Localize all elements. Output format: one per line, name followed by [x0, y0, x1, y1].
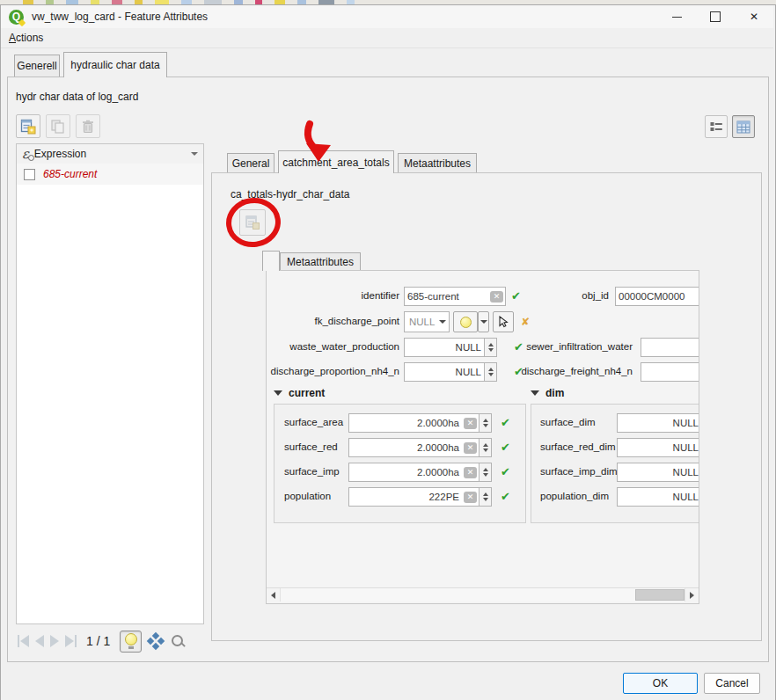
spinbox-arrows[interactable] [479, 463, 491, 481]
surface-red-dim-input[interactable]: NULL ✕ [617, 438, 699, 457]
ok-button[interactable]: OK [623, 673, 698, 694]
first-feature-button[interactable] [18, 635, 29, 647]
fk-discharge-point-combo[interactable]: NULL [404, 311, 450, 332]
discharge-freight-nh4-n-input[interactable]: NULL [641, 362, 699, 382]
discharge-freight-nh4-n-label: discharge_freight_nh4_n [521, 366, 633, 376]
expression-icon: ε [22, 148, 29, 160]
minimize-button[interactable] [657, 5, 696, 28]
waste-water-production-label: waste_water_production [289, 341, 399, 352]
current-group-header[interactable]: current [274, 387, 325, 399]
constraint-valid-icon: ✔ [501, 441, 510, 454]
previous-feature-icon [35, 635, 44, 647]
title-bar[interactable]: Q vw_tww_log_card - Feature Attributes ✕ [1, 5, 773, 28]
spinbox-arrows[interactable] [479, 414, 491, 432]
obj-id-input[interactable] [615, 287, 699, 306]
dim-group-header[interactable]: dim [531, 387, 564, 399]
constraint-valid-icon: ✔ [501, 416, 510, 429]
surface-red-label: surface_red [284, 441, 338, 452]
last-feature-icon [65, 635, 74, 647]
scroll-left-button[interactable] [267, 588, 280, 602]
population-input[interactable]: 222PE ✕ [348, 487, 492, 507]
spinbox-arrows[interactable] [479, 439, 491, 456]
feature-position-indicator: 1 / 1 [86, 634, 110, 648]
tab-nested-blank[interactable] [262, 251, 280, 271]
highlight-feature-toggle[interactable] [120, 631, 142, 653]
scroll-right-button[interactable] [685, 588, 699, 602]
constraint-valid-icon: ✔ [514, 340, 523, 354]
tab-metaattributes[interactable]: Metaattributes [398, 153, 477, 172]
scrollbar-track[interactable] [280, 588, 685, 602]
link-feature-button[interactable] [239, 209, 266, 236]
qgis-logo-icon: Q [9, 10, 24, 25]
feature-list-item[interactable]: 685-current [17, 164, 203, 185]
relation-group-label: ca_totals-hydr_char_data [231, 188, 349, 201]
feature-checkbox[interactable] [24, 169, 35, 180]
delete-feature-button[interactable] [76, 114, 100, 138]
scrollbar-thumb[interactable] [635, 589, 684, 601]
spinbox-arrows[interactable] [479, 488, 491, 506]
population-dim-label: population_dim [540, 491, 609, 501]
feature-item-label: 685-current [43, 168, 97, 180]
next-feature-icon [50, 635, 59, 647]
feature-list[interactable]: 685-current [16, 164, 204, 624]
fk-discharge-point-label: fk_discharge_point [314, 316, 399, 326]
constraint-valid-icon: ✔ [501, 465, 510, 478]
form-view-icon [709, 120, 723, 134]
surface-imp-dim-input[interactable]: NULL ✕ [617, 463, 699, 482]
surface-area-label: surface_area [284, 417, 343, 427]
spinbox-arrows[interactable] [484, 363, 496, 381]
discharge-proportion-nh4-n-label: discharge_proportion_nh4_n [271, 366, 399, 376]
form-view-toggle-button[interactable] [705, 115, 728, 138]
surface-dim-input[interactable]: NULL ✕ [617, 413, 699, 433]
window-title: vw_tww_log_card - Feature Attributes [32, 11, 208, 23]
map-identify-cursor-icon [497, 316, 509, 328]
close-button[interactable]: ✕ [735, 5, 773, 28]
tab-general[interactable]: General [227, 153, 275, 172]
next-feature-button[interactable] [50, 635, 59, 647]
first-feature-icon [18, 635, 19, 647]
menu-actions[interactable]: Actions [1, 32, 51, 44]
table-view-toggle-button[interactable] [732, 115, 755, 138]
surface-red-dim-label: surface_red_dim [540, 441, 616, 452]
maximize-button[interactable] [696, 5, 735, 28]
clear-value-icon[interactable]: ✕ [464, 492, 477, 503]
sort-indicator-icon [191, 152, 198, 156]
add-child-feature-button[interactable] [16, 114, 40, 138]
tab-hydraulic-char-data[interactable]: hydraulic char data [63, 52, 167, 77]
constraint-valid-icon: ✔ [511, 289, 521, 303]
population-dim-input[interactable]: NULL ✕ [617, 487, 699, 507]
clear-value-icon[interactable]: ✕ [464, 467, 477, 478]
pan-to-feature-button[interactable] [148, 633, 164, 649]
form-add-icon-disabled [245, 215, 260, 230]
duplicate-feature-button[interactable] [46, 114, 70, 138]
select-on-map-button[interactable] [493, 311, 514, 332]
clear-value-icon[interactable]: ✕ [490, 291, 503, 303]
waste-water-production-input[interactable]: NULL [404, 338, 497, 357]
surface-red-input[interactable]: 2.0000ha ✕ [348, 438, 492, 457]
zoom-to-feature-button[interactable] [170, 633, 186, 649]
expression-column-header[interactable]: ε Expression [16, 143, 204, 164]
discharge-proportion-nh4-n-input[interactable]: NULL [404, 362, 497, 382]
surface-imp-input[interactable]: 2.0000ha ✕ [348, 463, 492, 482]
clear-value-icon[interactable]: ✕ [464, 418, 477, 429]
identifier-input[interactable]: ✕ [404, 287, 506, 306]
cancel-button[interactable]: Cancel [704, 673, 760, 694]
sewer-infiltration-water-input[interactable]: NULL [641, 338, 699, 357]
highlight-dropdown-button[interactable] [478, 311, 489, 332]
population-label: population [284, 491, 331, 501]
tab-nested-metaattributes[interactable]: Metaattributes [280, 252, 361, 271]
tab-catchment-area-totals[interactable]: catchment_area_totals [278, 150, 394, 173]
surface-area-input[interactable]: 2.0000ha ✕ [348, 413, 492, 433]
spinbox-arrows[interactable] [484, 339, 496, 356]
clear-value-icon[interactable]: ✕ [464, 442, 477, 454]
duplicate-icon [50, 119, 66, 135]
last-feature-button[interactable] [65, 635, 77, 647]
highlight-related-button[interactable] [453, 311, 478, 332]
expression-header-label: Expression [34, 148, 86, 160]
horizontal-scrollbar[interactable] [267, 587, 699, 602]
identifier-label: identifier [362, 290, 399, 301]
menu-bar: Actions [1, 28, 773, 48]
surface-imp-label: surface_imp [284, 466, 340, 477]
previous-feature-button[interactable] [35, 635, 44, 647]
tab-generell[interactable]: Generell [14, 55, 60, 77]
